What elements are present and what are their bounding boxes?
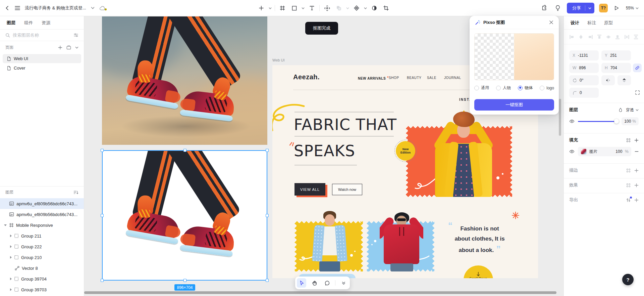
share-button[interactable]: 分享 — [567, 3, 594, 13]
layer-row-group-211[interactable]: Group 211 — [0, 230, 84, 241]
hand-tool-button[interactable] — [310, 278, 319, 288]
shape-tool-menu[interactable] — [302, 7, 305, 9]
watch-now-button[interactable]: Watch now — [332, 184, 362, 195]
boolean-tool-button[interactable] — [334, 4, 343, 12]
x-position-field[interactable]: X-1131 — [569, 50, 599, 60]
add-stroke-icon[interactable] — [634, 168, 639, 173]
style-library-icon[interactable] — [626, 138, 631, 143]
style-library-icon[interactable] — [626, 183, 631, 188]
align-horizontal-center-icon[interactable] — [578, 34, 584, 40]
frame-title[interactable]: Web UI — [272, 58, 284, 62]
align-vertical-center-icon[interactable] — [606, 34, 611, 40]
help-button[interactable]: ? — [622, 274, 634, 285]
opacity-slider-knob[interactable] — [614, 119, 619, 124]
design-nav-shop[interactable]: SHOP — [389, 76, 399, 80]
mode-radio-object[interactable]: 物体 — [518, 85, 533, 91]
collapse-pages-icon[interactable] — [75, 46, 78, 49]
image-layer-sneakers-photo[interactable] — [102, 16, 267, 145]
align-bottom-icon[interactable] — [615, 34, 620, 40]
design-nav-sale[interactable]: SALE — [427, 76, 436, 80]
one-click-cutout-button[interactable]: 一键抠图 — [474, 99, 554, 111]
align-left-icon[interactable] — [569, 34, 575, 40]
add-effect-icon[interactable] — [634, 183, 639, 187]
tab-components[interactable]: 组件 — [24, 20, 33, 26]
ideas-button[interactable] — [553, 4, 562, 12]
plugins-button[interactable] — [540, 4, 549, 12]
tab-design[interactable]: 设计 — [571, 20, 579, 26]
insert-tool-button[interactable] — [257, 4, 266, 12]
component-tool-menu[interactable] — [364, 7, 367, 9]
layer-visibility-icon[interactable] — [569, 119, 575, 123]
layer-row-image-2[interactable]: apmv6u_ef809b56bdc66c743... — [0, 209, 84, 220]
comment-tool-button[interactable] — [322, 278, 332, 288]
mode-radio-logo[interactable]: logo — [540, 85, 554, 91]
add-export-icon[interactable] — [634, 198, 639, 202]
remove-fill-icon[interactable] — [635, 150, 639, 154]
scroll-down-indicator[interactable]: Scroll Down — [464, 265, 493, 278]
layer-row-group-39704[interactable]: Group 39704 — [0, 273, 84, 284]
expand-arrow-icon[interactable] — [10, 288, 12, 291]
user-avatar[interactable]: T? — [599, 4, 608, 12]
add-fill-icon[interactable] — [634, 138, 639, 142]
main-menu-button[interactable] — [15, 6, 20, 10]
headline-line2[interactable]: SPEAKS — [294, 142, 355, 160]
width-field[interactable]: W896 — [569, 63, 599, 73]
tab-layers[interactable]: 图层 — [7, 20, 15, 26]
new-edition-badge[interactable]: NewEdition — [396, 141, 415, 161]
shape-tool-button[interactable] — [290, 4, 299, 12]
distribute-horizontal-icon[interactable] — [624, 34, 630, 40]
text-tool-button[interactable] — [308, 4, 316, 12]
vertical-scrollbar[interactable] — [559, 99, 561, 136]
view-all-button[interactable]: VIEW ALL — [294, 183, 325, 196]
present-button[interactable] — [612, 4, 621, 12]
layer-row-vector-8[interactable]: Vector 8 — [0, 263, 84, 273]
layer-row-group-39703[interactable]: Group 39703 — [0, 284, 84, 295]
quote-text[interactable]: Fashion is not about clothes, It is abou… — [447, 224, 513, 255]
rotation-field[interactable]: 0° — [569, 75, 599, 85]
close-icon[interactable] — [549, 20, 553, 25]
style-library-icon[interactable] — [626, 168, 631, 173]
component-tool-button[interactable] — [352, 4, 361, 12]
design-nav-journal[interactable]: JOURNAL — [444, 76, 461, 80]
expand-arrow-icon[interactable] — [10, 245, 12, 248]
collapse-toolbar-button[interactable] — [339, 278, 348, 288]
fill-visibility-icon[interactable] — [569, 150, 575, 154]
model-blue-shirt-photo[interactable] — [305, 210, 355, 271]
back-button[interactable] — [5, 5, 10, 11]
zoom-level-select[interactable]: 55% — [626, 6, 639, 10]
page-item-web-ui[interactable]: Web UI — [3, 54, 81, 63]
opacity-field[interactable]: 100 % — [622, 117, 639, 125]
expand-arrow-icon[interactable] — [10, 278, 12, 280]
mode-radio-person[interactable]: 人物 — [496, 85, 511, 91]
layer-row-image-1[interactable]: apmv6u_ef809b56bdc66c743... — [0, 198, 84, 209]
expand-arrow-icon[interactable] — [10, 235, 12, 237]
height-field[interactable]: H704 — [601, 63, 631, 73]
corner-radius-field[interactable]: 0 — [569, 88, 599, 98]
fill-image-row[interactable]: 图片 100 % — [578, 147, 631, 156]
design-nav-beauty[interactable]: BEAUTY — [407, 76, 422, 80]
expand-arrow-icon[interactable] — [4, 224, 7, 226]
share-menu-button[interactable] — [585, 7, 594, 9]
layer-sort-icon[interactable] — [73, 190, 78, 195]
align-right-icon[interactable] — [588, 34, 593, 40]
title-menu-button[interactable] — [91, 7, 95, 9]
constrain-proportions-button[interactable] — [633, 64, 642, 72]
filter-icon[interactable] — [73, 33, 78, 38]
select-tool-button[interactable] — [297, 278, 306, 288]
page-item-cover[interactable]: Cover — [3, 64, 81, 73]
crop-tool-button[interactable] — [382, 4, 390, 12]
mode-radio-general[interactable]: 通用 — [474, 85, 489, 91]
distribute-vertical-icon[interactable] — [633, 34, 639, 40]
page-stack-icon[interactable] — [66, 45, 71, 50]
layer-row-group-222[interactable]: Group 222 — [0, 241, 84, 252]
y-position-field[interactable]: Y251 — [601, 50, 631, 60]
headline-line1[interactable]: FABRIC THAT — [294, 116, 397, 134]
layer-search[interactable]: 搜索图层名称 — [0, 30, 84, 41]
boolean-tool-menu[interactable] — [346, 7, 349, 9]
document-title[interactable]: 流行电子商务 & 购物主页或登... — [25, 5, 86, 11]
cloud-sync-button[interactable] — [99, 5, 106, 11]
model-raincoat-photo[interactable] — [425, 108, 502, 197]
image-layer-sneakers-cutout[interactable] — [102, 150, 267, 281]
blend-mode-select[interactable]: 穿透 — [626, 107, 639, 113]
flip-horizontal-button[interactable] — [601, 75, 615, 85]
